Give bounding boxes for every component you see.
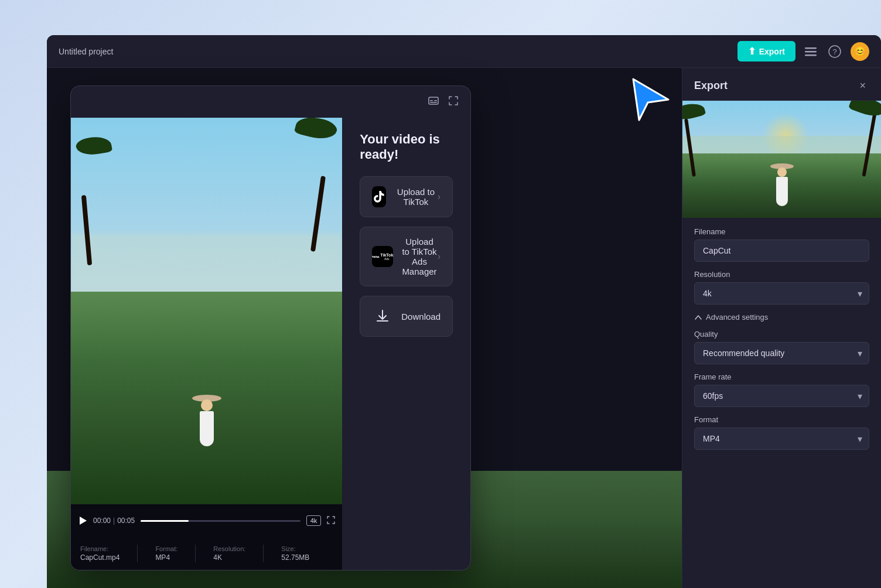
filename-input[interactable] (694, 240, 869, 262)
format-select[interactable]: MP4 (694, 428, 869, 450)
fullscreen-icon (327, 516, 335, 524)
video-ready-dialog: 00:00 | 00:05 4k (70, 86, 471, 570)
video-preview (71, 118, 342, 504)
time-separator: | (113, 517, 115, 525)
download-option-left: Download (372, 306, 440, 327)
time-display: 00:00 | 00:05 (93, 517, 135, 525)
format-value: MP4 (155, 553, 177, 562)
quality-field-group: Quality Recommended quality (694, 330, 869, 364)
tiktok-icon (372, 186, 386, 207)
menu-icon (805, 46, 817, 57)
svg-rect-7 (430, 100, 433, 101)
tiktok-ads-option-left: TikTok TikTok TikTok Ads Upload to (372, 237, 437, 276)
size-info: Size: 52.75MB (281, 545, 309, 562)
upload-tiktok-button[interactable]: Upload to TikTok › (360, 176, 453, 217)
svg-rect-0 (805, 47, 817, 49)
svg-text:TikTok: TikTok (372, 255, 380, 258)
tiktok-ads-icon: TikTok TikTok TikTok Ads (372, 246, 393, 267)
size-label: Size: (281, 545, 309, 552)
export-panel-header: Export × (682, 68, 881, 101)
menu-icon-button[interactable] (803, 43, 819, 60)
size-value: 52.75MB (281, 553, 309, 562)
export-panel: Export × (682, 68, 881, 588)
filename-info: Filename: CapCut.mp4 (80, 545, 119, 562)
export-thumbnail (682, 101, 881, 218)
upload-tiktok-ads-button[interactable]: TikTok TikTok TikTok Ads Upload to (360, 227, 453, 286)
export-panel-body: Filename Resolution 4k (682, 218, 881, 459)
resolution-select-wrapper: 4k (694, 282, 869, 305)
format-field-label: Format (694, 415, 869, 424)
filename-value: CapCut.mp4 (80, 553, 119, 562)
chevron-up-icon (694, 313, 702, 322)
resolution-select[interactable]: 4k (694, 282, 869, 305)
video-preview-section: 00:00 | 00:05 4k (71, 118, 342, 570)
progress-fill (141, 520, 189, 522)
help-icon: ? (828, 45, 841, 58)
export-panel-close-button[interactable]: × (856, 78, 869, 93)
quality-select-wrapper: Recommended quality (694, 342, 869, 364)
subtitle-icon (428, 95, 439, 106)
download-button[interactable]: Download (360, 296, 453, 337)
play-button[interactable] (78, 516, 87, 525)
download-svg-icon (374, 308, 391, 324)
filename-label: Filename: (80, 545, 119, 552)
resolution-info: Resolution: 4K (213, 545, 245, 562)
progress-bar[interactable] (141, 520, 300, 522)
avatar-icon: 😊 (854, 46, 866, 57)
svg-text:?: ? (832, 47, 836, 56)
filename-field-group: Filename (694, 227, 869, 262)
tiktok-ads-label: Upload to TikTok Ads Manager (401, 237, 437, 276)
video-scene (71, 118, 342, 504)
format-label: Format: (155, 545, 177, 552)
filename-field-label: Filename (694, 227, 869, 236)
top-bar-actions: ⬆ Export ? 😊 (737, 41, 869, 61)
frame-rate-field-group: Frame rate 60fps (694, 372, 869, 407)
current-time: 00:00 (93, 517, 111, 525)
tiktok-chevron: › (438, 192, 440, 202)
tiktok-option-left: Upload to TikTok (372, 186, 437, 207)
project-title: Untitled project (59, 47, 113, 56)
svg-rect-2 (805, 54, 817, 56)
subtitle-icon-button[interactable] (426, 93, 441, 111)
top-bar: Untitled project ⬆ Export ? (47, 35, 881, 68)
resolution-value: 4K (213, 553, 245, 562)
fullscreen-button[interactable] (327, 516, 335, 526)
export-icon: ⬆ (748, 46, 756, 57)
video-info-bar: Filename: CapCut.mp4 Format: MP4 (71, 537, 342, 570)
resolution-field-label: Resolution (694, 270, 869, 279)
expand-icon (448, 95, 459, 106)
quality-field-label: Quality (694, 330, 869, 339)
quality-select[interactable]: Recommended quality (694, 342, 869, 364)
frame-rate-field-label: Frame rate (694, 372, 869, 381)
download-icon (372, 306, 393, 327)
export-panel-title: Export (694, 80, 728, 92)
video-ready-title: Your video is ready! (360, 132, 453, 162)
thumbnail-scene (682, 101, 881, 218)
play-icon (78, 516, 87, 525)
tiktok-ads-chevron: › (438, 251, 440, 262)
quality-badge: 4k (306, 515, 322, 526)
format-field-group: Format MP4 (694, 415, 869, 450)
info-divider-2 (195, 545, 196, 562)
svg-rect-1 (805, 51, 817, 53)
expand-icon-button[interactable] (446, 93, 461, 111)
avatar-button[interactable]: 😊 (851, 42, 869, 61)
total-time: 00:05 (117, 517, 135, 525)
help-icon-button[interactable]: ? (826, 43, 844, 60)
info-divider-3 (263, 545, 264, 562)
export-button[interactable]: ⬆ Export (737, 41, 795, 61)
download-label: Download (401, 312, 440, 322)
advanced-settings-toggle[interactable]: Advanced settings (694, 313, 869, 322)
video-area: 00:00 | 00:05 4k (47, 68, 682, 588)
dialog-top-bar (71, 86, 470, 118)
main-content: 00:00 | 00:05 4k (47, 68, 881, 588)
options-section: Your video is ready! Upload to (342, 118, 470, 570)
frame-rate-select-wrapper: 60fps (694, 385, 869, 407)
format-select-wrapper: MP4 (694, 428, 869, 450)
svg-rect-9 (430, 102, 437, 103)
svg-rect-8 (434, 100, 437, 101)
frame-rate-select[interactable]: 60fps (694, 385, 869, 407)
resolution-field-group: Resolution 4k (694, 270, 869, 305)
tiktok-label: Upload to TikTok (394, 187, 437, 207)
format-info: Format: MP4 (155, 545, 177, 562)
